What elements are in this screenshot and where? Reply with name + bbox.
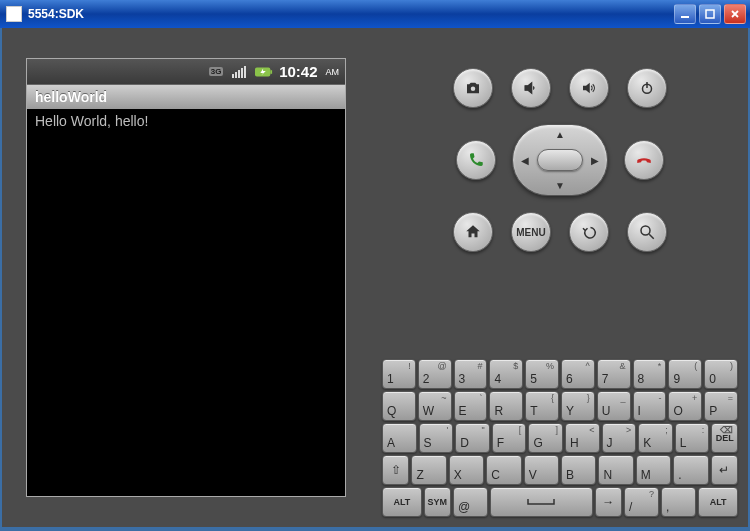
- key-e[interactable]: E`: [454, 391, 488, 421]
- key-p[interactable]: P=: [704, 391, 738, 421]
- key-7[interactable]: 7&: [597, 359, 631, 389]
- end-call-icon: [635, 151, 653, 169]
- keyboard-area: 1!2@3#4$5%6^7&8*9(0)QW~E`RT{Y}U_I-O+P=AS…: [382, 351, 738, 517]
- power-button[interactable]: [627, 68, 667, 108]
- svg-rect-0: [681, 16, 689, 18]
- dpad-down[interactable]: ▼: [555, 180, 565, 191]
- battery-icon: [255, 65, 273, 79]
- key-6[interactable]: 6^: [561, 359, 595, 389]
- key-j[interactable]: J>: [602, 423, 637, 453]
- key-9[interactable]: 9(: [668, 359, 702, 389]
- key-/[interactable]: /?: [624, 487, 659, 517]
- app-content-text: Hello World, hello!: [35, 113, 148, 129]
- key-g[interactable]: G]: [528, 423, 563, 453]
- volume-up-button[interactable]: [569, 68, 609, 108]
- dpad-base: ▲ ▼ ◀ ▶: [512, 124, 608, 196]
- key-s[interactable]: S': [419, 423, 454, 453]
- key-0[interactable]: 0): [704, 359, 738, 389]
- dpad: ▲ ▼ ◀ ▶: [510, 122, 610, 198]
- maximize-button[interactable]: [699, 4, 721, 24]
- call-button[interactable]: [456, 140, 496, 180]
- hw-row-2: ▲ ▼ ◀ ▶: [456, 122, 664, 198]
- key-q[interactable]: Q: [382, 391, 416, 421]
- key-5[interactable]: 5%: [525, 359, 559, 389]
- key-4[interactable]: 4$: [489, 359, 523, 389]
- key-alt[interactable]: ALT: [382, 487, 422, 517]
- key-d[interactable]: D": [455, 423, 490, 453]
- emulator-screen-pane: 3G: [4, 30, 372, 525]
- key-c[interactable]: C: [486, 455, 521, 485]
- key-1[interactable]: 1!: [382, 359, 416, 389]
- volume-down-button[interactable]: [511, 68, 551, 108]
- svg-rect-3: [235, 72, 237, 78]
- hw-row-3: MENU: [453, 212, 667, 252]
- volume-up-icon: [580, 79, 598, 97]
- end-call-button[interactable]: [624, 140, 664, 180]
- emulator-controls-pane: ▲ ▼ ◀ ▶ MENU: [372, 30, 746, 525]
- key-n[interactable]: N: [598, 455, 633, 485]
- hw-row-1: [453, 68, 667, 108]
- key-b[interactable]: B: [561, 455, 596, 485]
- camera-button[interactable]: [453, 68, 493, 108]
- key-w[interactable]: W~: [418, 391, 452, 421]
- dpad-left[interactable]: ◀: [521, 155, 529, 166]
- window-titlebar: 5554:SDK: [0, 0, 750, 28]
- key-o[interactable]: O+: [668, 391, 702, 421]
- svg-rect-10: [646, 82, 648, 88]
- key-r[interactable]: R: [489, 391, 523, 421]
- key-a[interactable]: A: [382, 423, 417, 453]
- svg-rect-8: [270, 70, 272, 74]
- home-button[interactable]: [453, 212, 493, 252]
- key-,[interactable]: ,: [661, 487, 696, 517]
- key-del[interactable]: DEL⌫: [711, 423, 738, 453]
- key-i[interactable]: I-: [633, 391, 667, 421]
- key-x[interactable]: X: [449, 455, 484, 485]
- phone-screen[interactable]: 3G: [26, 58, 346, 497]
- svg-rect-6: [244, 66, 246, 78]
- minimize-button[interactable]: [674, 4, 696, 24]
- camera-icon: [464, 79, 482, 97]
- key-m[interactable]: M: [636, 455, 671, 485]
- keyboard-row: ALTSYM@→/?,ALT: [382, 487, 738, 517]
- client-area: 3G: [2, 28, 748, 527]
- key-space[interactable]: [490, 487, 593, 517]
- key-h[interactable]: H<: [565, 423, 600, 453]
- key-2[interactable]: 2@: [418, 359, 452, 389]
- key-t[interactable]: T{: [525, 391, 559, 421]
- key-sym[interactable]: SYM: [424, 487, 451, 517]
- search-icon: [638, 223, 656, 241]
- key-8[interactable]: 8*: [633, 359, 667, 389]
- key-.[interactable]: .: [673, 455, 708, 485]
- key-3[interactable]: 3#: [454, 359, 488, 389]
- close-button[interactable]: [724, 4, 746, 24]
- key-z[interactable]: Z: [411, 455, 446, 485]
- menu-label: MENU: [516, 227, 545, 238]
- back-button[interactable]: [569, 212, 609, 252]
- key-l[interactable]: L:: [675, 423, 710, 453]
- svg-rect-1: [706, 10, 714, 18]
- menu-button[interactable]: MENU: [511, 212, 551, 252]
- dpad-up[interactable]: ▲: [555, 129, 565, 140]
- svg-rect-5: [241, 68, 243, 78]
- search-button[interactable]: [627, 212, 667, 252]
- keyboard-row: 1!2@3#4$5%6^7&8*9(0): [382, 359, 738, 389]
- key-alt[interactable]: ALT: [698, 487, 738, 517]
- app-content: Hello World, hello!: [27, 109, 345, 133]
- window-title: 5554:SDK: [28, 7, 674, 21]
- key-lang[interactable]: →: [595, 487, 622, 517]
- dpad-center[interactable]: [537, 149, 583, 171]
- home-icon: [464, 223, 482, 241]
- key-y[interactable]: Y}: [561, 391, 595, 421]
- network-3g-icon: 3G: [207, 65, 225, 79]
- key-f[interactable]: F[: [492, 423, 527, 453]
- key-shift[interactable]: ⇧: [382, 455, 409, 485]
- back-icon: [580, 223, 598, 241]
- key-u[interactable]: U_: [597, 391, 631, 421]
- key-enter[interactable]: ↵: [711, 455, 738, 485]
- key-@[interactable]: @: [453, 487, 488, 517]
- power-icon: [638, 79, 656, 97]
- dpad-right[interactable]: ▶: [591, 155, 599, 166]
- key-v[interactable]: V: [524, 455, 559, 485]
- android-status-bar: 3G: [27, 59, 345, 85]
- key-k[interactable]: K;: [638, 423, 673, 453]
